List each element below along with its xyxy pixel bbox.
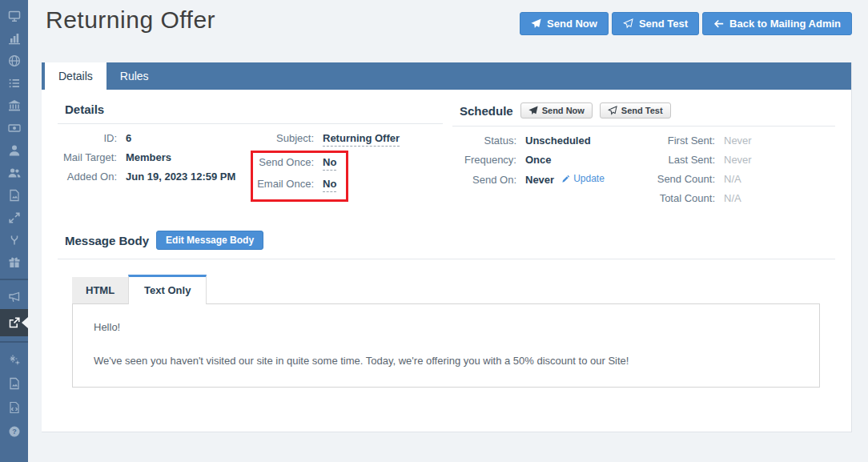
message-greeting: Hello!: [94, 320, 798, 335]
list-icon[interactable]: [0, 72, 28, 94]
frequency-row: Frequency: Once: [452, 154, 639, 166]
id-row: ID: 6: [58, 132, 256, 144]
arrow-left-icon: [713, 18, 724, 29]
paper-plane-outline-icon: [623, 18, 633, 29]
subject-row: Subject: Returning Offer: [256, 132, 400, 147]
send-count-label: Send Count:: [639, 173, 715, 185]
image-file-icon-2[interactable]: [0, 372, 28, 396]
subject-value[interactable]: Returning Offer: [323, 132, 400, 147]
sidebar-separator: [0, 279, 28, 280]
details-heading: Details: [65, 102, 104, 116]
schedule-section: Schedule Send Now Send Test Status: Unsc…: [452, 102, 835, 211]
bar-chart-icon[interactable]: [0, 27, 28, 50]
tab-details[interactable]: Details: [45, 62, 106, 90]
user-icon[interactable]: [0, 139, 28, 162]
paper-plane-outline-icon: [608, 106, 617, 115]
schedule-send-now-button[interactable]: Send Now: [520, 102, 593, 119]
tab-text-only[interactable]: Text Only: [128, 275, 207, 304]
monitor-icon[interactable]: [0, 5, 28, 27]
message-body-tabs: HTML Text Only: [72, 275, 851, 303]
message-body-heading: Message Body: [65, 234, 149, 247]
globe-icon[interactable]: [0, 50, 28, 72]
send-now-label: Send Now: [547, 18, 597, 30]
edit-message-body-button[interactable]: Edit Message Body: [156, 231, 263, 250]
send-count-value: N/A: [724, 173, 741, 185]
sidebar-separator: [0, 341, 28, 343]
mail-target-value: Members: [126, 151, 171, 163]
tab-bar: Details Rules: [42, 62, 851, 90]
svg-text:?: ?: [12, 428, 17, 436]
cogs-icon[interactable]: [0, 348, 28, 372]
added-on-label: Added On:: [58, 171, 117, 183]
users-icon[interactable]: [0, 162, 28, 184]
total-count-value: N/A: [724, 192, 741, 204]
send-on-row: Send On: Never Update: [452, 173, 639, 186]
resize-arrows-icon[interactable]: [0, 207, 28, 229]
mail-target-label: Mail Target:: [58, 151, 117, 163]
last-sent-value: Never: [724, 154, 752, 166]
message-body-divider: [58, 259, 835, 259]
send-on-label: Send On:: [452, 174, 516, 186]
send-once-label: Send Once:: [256, 156, 314, 168]
schedule-send-test-button[interactable]: Send Test: [600, 102, 671, 119]
schedule-heading: Schedule: [460, 104, 513, 118]
last-sent-label: Last Sent:: [639, 154, 715, 166]
pencil-icon: [561, 175, 570, 183]
frequency-value: Once: [525, 154, 552, 166]
tab-rules[interactable]: Rules: [106, 62, 163, 90]
back-label: Back to Mailing Admin: [729, 18, 841, 30]
header-actions: Send Now Send Test Back to Mailing Admin: [520, 12, 852, 35]
first-sent-label: First Sent:: [639, 135, 715, 147]
gift-icon[interactable]: [0, 251, 28, 274]
fork-icon[interactable]: [0, 229, 28, 251]
code-file-icon[interactable]: [0, 396, 28, 420]
total-count-row: Total Count: N/A: [639, 192, 752, 204]
send-test-label: Send Test: [639, 18, 688, 30]
message-body-text: We've seen you haven't visited our site …: [94, 354, 798, 368]
id-value: 6: [126, 132, 131, 144]
sidebar: ?: [0, 0, 28, 462]
megaphone-icon[interactable]: [0, 285, 28, 309]
active-item-caret: [22, 317, 28, 328]
message-body-header: Message Body Edit Message Body: [65, 231, 835, 250]
email-once-value[interactable]: No: [323, 178, 336, 192]
added-on-value: Jun 19, 2023 12:59 PM: [126, 171, 235, 183]
bank-icon[interactable]: [0, 94, 28, 117]
update-link[interactable]: Update: [561, 173, 605, 184]
send-test-button[interactable]: Send Test: [612, 12, 699, 35]
first-sent-row: First Sent: Never: [639, 135, 752, 147]
update-label: Update: [573, 173, 605, 184]
tab-html[interactable]: HTML: [72, 277, 128, 303]
red-highlight-box: Send Once: No Email Once: No: [251, 151, 348, 202]
email-once-row: Email Once: No: [256, 178, 336, 192]
id-label: ID:: [58, 132, 117, 144]
frequency-label: Frequency:: [452, 154, 516, 166]
last-sent-row: Last Sent: Never: [639, 154, 752, 166]
status-row: Status: Unscheduled: [452, 135, 639, 147]
back-to-mailing-admin-button[interactable]: Back to Mailing Admin: [702, 12, 852, 35]
content-panel: Details Rules Details ID: 6 Mail Target:…: [42, 62, 852, 432]
message-text-content: Hello! We've seen you haven't visited ou…: [72, 303, 820, 388]
first-sent-value: Never: [724, 135, 752, 147]
status-label: Status:: [452, 135, 516, 147]
mail-target-row: Mail Target: Members: [58, 151, 256, 163]
total-count-label: Total Count:: [639, 192, 715, 204]
details-section: Details ID: 6 Mail Target: Members Added…: [58, 102, 443, 211]
paper-plane-icon: [528, 106, 538, 115]
send-now-button[interactable]: Send Now: [520, 12, 609, 35]
help-icon[interactable]: ?: [0, 420, 28, 444]
share-icon[interactable]: [0, 309, 28, 336]
send-once-value[interactable]: No: [323, 156, 336, 171]
schedule-send-test-label: Send Test: [621, 106, 663, 115]
email-once-label: Email Once:: [256, 178, 314, 190]
send-once-row: Send Once: No: [256, 156, 336, 171]
status-value: Unscheduled: [525, 135, 591, 147]
subject-label: Subject:: [256, 132, 314, 144]
money-icon[interactable]: [0, 117, 28, 139]
paper-plane-icon: [531, 18, 541, 29]
page-title: Returning Offer: [46, 6, 215, 34]
image-file-icon[interactable]: [0, 184, 28, 207]
added-on-row: Added On: Jun 19, 2023 12:59 PM: [58, 171, 256, 183]
send-count-row: Send Count: N/A: [639, 173, 752, 185]
send-on-value: Never: [525, 174, 554, 186]
